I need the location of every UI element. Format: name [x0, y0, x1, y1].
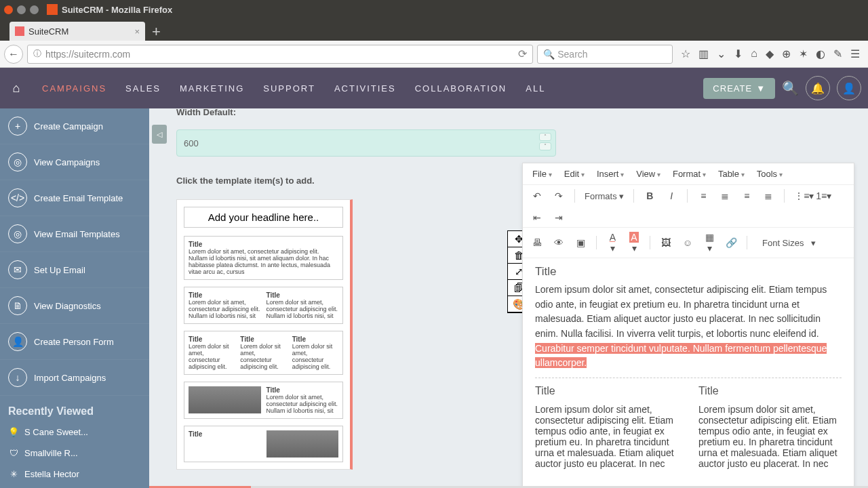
- nav-support[interactable]: SUPPORT: [254, 83, 325, 94]
- preview-icon[interactable]: 👁: [553, 237, 565, 248]
- template-2col[interactable]: TitleLorem dolor sit amet, consectetur a…: [184, 287, 343, 324]
- home-icon[interactable]: ⌂: [7, 79, 26, 98]
- sidebar-item-create-campaign[interactable]: +Create Campaign: [0, 108, 149, 144]
- align-center-icon[interactable]: ≣: [719, 190, 731, 201]
- window-minimize-icon[interactable]: [17, 5, 26, 14]
- sidebar-item-view-diagnostics[interactable]: 🗎View Diagnostics: [0, 288, 149, 324]
- link-icon[interactable]: 🔗: [725, 237, 737, 248]
- notifications-icon[interactable]: 🔔: [806, 76, 830, 100]
- window-maximize-icon[interactable]: [30, 5, 39, 14]
- addon3-icon[interactable]: ✶: [799, 47, 808, 60]
- browser-tab[interactable]: SuiteCRM ×: [9, 22, 145, 41]
- sidebar-item-create-email-template[interactable]: </>Create Email Template: [0, 180, 149, 216]
- library-icon[interactable]: ▥: [698, 47, 709, 60]
- template-img-right[interactable]: Title: [184, 426, 343, 462]
- back-button[interactable]: ←: [4, 45, 23, 64]
- width-value: 600: [184, 138, 199, 148]
- menu-edit[interactable]: Edit: [564, 169, 585, 179]
- spinner-up-icon[interactable]: ˄: [539, 133, 551, 141]
- text-color-icon[interactable]: A ▾: [606, 232, 618, 253]
- indent-icon[interactable]: ⇥: [553, 212, 565, 223]
- emoji-icon[interactable]: ☺: [682, 237, 694, 248]
- search-nav-icon[interactable]: 🔍: [782, 80, 799, 96]
- browser-search-field[interactable]: 🔍 Search: [537, 45, 673, 64]
- addon1-icon[interactable]: ◆: [766, 47, 774, 60]
- redo-icon[interactable]: ↷: [553, 190, 565, 201]
- template-1col[interactable]: TitleLorem dolor sit amet, consectetur a…: [184, 236, 343, 280]
- bold-icon[interactable]: B: [644, 190, 656, 201]
- sidebar-item-label: Import Campaigns: [34, 373, 106, 383]
- sidebar-item-import-campaigns[interactable]: ↓Import Campaigns: [0, 360, 149, 396]
- align-right-icon[interactable]: ≡: [741, 190, 753, 201]
- align-justify-icon[interactable]: ≣: [762, 190, 774, 201]
- tab-close-icon[interactable]: ×: [134, 26, 140, 37]
- menu-file[interactable]: File: [532, 169, 552, 179]
- width-default-input[interactable]: 600 ˄˅: [176, 129, 556, 157]
- sidebar-item-set-up-email[interactable]: ✉Set Up Email: [0, 252, 149, 288]
- rich-text-editor: File Edit Insert View Format Table Tools…: [522, 163, 854, 488]
- column-title: Title: [535, 385, 678, 397]
- window-close-icon[interactable]: [4, 5, 13, 14]
- menu-view[interactable]: View: [636, 169, 660, 179]
- sidebar-item-label: Create Email Template: [34, 193, 123, 203]
- home-toolbar-icon[interactable]: ⌂: [751, 47, 757, 60]
- bullet-list-icon[interactable]: ⋮≡▾: [794, 190, 806, 201]
- hamburger-icon[interactable]: ☰: [850, 47, 860, 60]
- undo-icon[interactable]: ↶: [531, 190, 543, 201]
- address-field[interactable]: ⓘ https://suitecrm.com ⟳: [27, 45, 533, 64]
- outdent-icon[interactable]: ⇤: [531, 212, 543, 223]
- recent-item[interactable]: 💡S Cane Sweet...: [0, 422, 149, 443]
- nav-all[interactable]: ALL: [516, 83, 555, 94]
- profile-icon[interactable]: 👤: [837, 76, 861, 100]
- person-icon: 👤: [8, 332, 27, 351]
- sidebar-item-label: Create Campaign: [34, 121, 103, 131]
- url-bar: ← ⓘ https://suitecrm.com ⟳ 🔍 Search ☆ ▥ …: [0, 41, 868, 68]
- recent-item-label: S Cane Sweet...: [24, 427, 88, 437]
- reload-icon[interactable]: ⟳: [518, 47, 527, 60]
- nav-sales[interactable]: SALES: [116, 83, 170, 94]
- italic-icon[interactable]: I: [665, 190, 677, 201]
- collapse-sidebar-button[interactable]: ◁: [152, 125, 167, 144]
- recent-item[interactable]: 🛡Smallville R...: [0, 443, 149, 464]
- nav-campaigns[interactable]: CAMPAIGNS: [33, 83, 116, 94]
- firefox-icon: [47, 4, 58, 15]
- download-icon: ↓: [8, 368, 27, 387]
- template-img-left[interactable]: TitleLorem dolor sit amet, consectetur a…: [184, 382, 343, 419]
- addon2-icon[interactable]: ⊕: [782, 47, 791, 60]
- sidebar-item-create-person-form[interactable]: 👤Create Person Form: [0, 324, 149, 360]
- table-icon[interactable]: ▦ ▾: [703, 232, 715, 253]
- recent-item[interactable]: ✳Estella Hector: [0, 464, 149, 485]
- menu-insert[interactable]: Insert: [597, 169, 624, 179]
- template-headline[interactable]: Add your headline here..: [184, 207, 343, 228]
- site-info-icon[interactable]: ⓘ: [33, 48, 41, 60]
- star-icon[interactable]: ☆: [681, 47, 690, 60]
- menu-tools[interactable]: Tools: [757, 169, 783, 179]
- editor-content[interactable]: Title Lorem ipsum dolor sit amet, consec…: [523, 258, 854, 488]
- formats-dropdown[interactable]: Formats ▾: [585, 191, 624, 201]
- sidebar-item-view-campaigns[interactable]: ◎View Campaigns: [0, 144, 149, 180]
- nav-collaboration[interactable]: COLLABORATION: [406, 83, 517, 94]
- sidebar-item-view-email-templates[interactable]: ◎View Email Templates: [0, 216, 149, 252]
- canvas: ◁ Width Default: 600 ˄˅ Click the templa…: [149, 108, 868, 488]
- new-tab-button[interactable]: +: [145, 23, 167, 41]
- nav-activities[interactable]: ACTIVITIES: [325, 83, 406, 94]
- align-left-icon[interactable]: ≡: [697, 190, 709, 201]
- image-icon[interactable]: 🖼: [660, 237, 672, 248]
- media-icon[interactable]: ▣: [574, 237, 587, 248]
- create-button[interactable]: CREATE▼: [703, 78, 775, 99]
- spinner[interactable]: ˄˅: [539, 133, 551, 150]
- pocket-icon[interactable]: ⌄: [717, 47, 726, 60]
- menu-format[interactable]: Format: [673, 169, 706, 179]
- menu-table[interactable]: Table: [718, 169, 745, 179]
- nav-marketing[interactable]: MARKETING: [170, 83, 254, 94]
- downloads-icon[interactable]: ⬇: [734, 47, 743, 60]
- fontsize-dropdown[interactable]: Font Sizes ▾: [757, 238, 816, 248]
- addon5-icon[interactable]: ✎: [833, 47, 842, 60]
- spinner-down-icon[interactable]: ˅: [539, 142, 551, 150]
- template-3col[interactable]: TitleLorem dolor sit amet, consectetur a…: [184, 331, 343, 375]
- bg-color-icon[interactable]: A ▾: [628, 232, 640, 253]
- number-list-icon[interactable]: 1≡▾: [816, 190, 828, 201]
- width-default-label: Width Default:: [176, 107, 366, 117]
- print-icon[interactable]: 🖶: [531, 237, 543, 248]
- addon4-icon[interactable]: ◐: [816, 47, 825, 60]
